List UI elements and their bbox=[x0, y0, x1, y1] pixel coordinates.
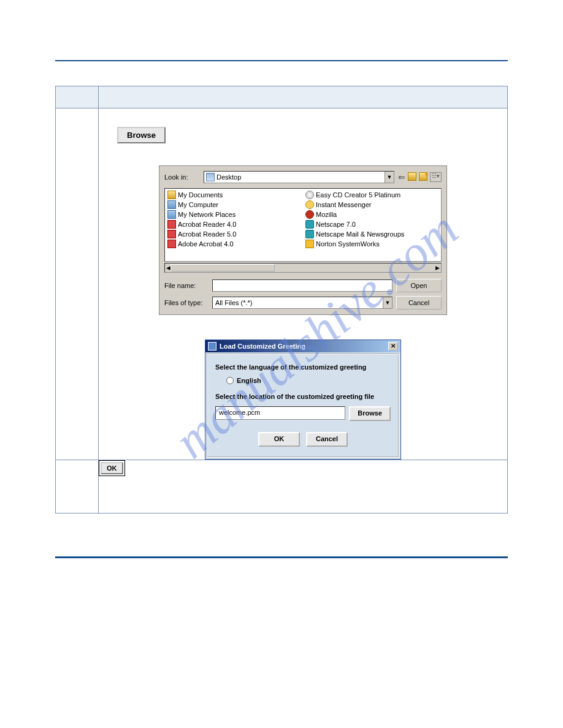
filetype-dropdown[interactable]: All Files (*.*) ▼ bbox=[212, 297, 393, 309]
browse-button[interactable]: Browse bbox=[117, 127, 166, 143]
messenger-icon bbox=[305, 200, 314, 209]
pdf-icon bbox=[167, 240, 176, 248]
file-open-dialog: Look in: Desktop ▼ ⇐ ✶ ☷▾ bbox=[159, 165, 447, 315]
list-item[interactable]: Easy CD Creator 5 Platinum bbox=[304, 190, 440, 200]
scroll-thumb[interactable] bbox=[170, 264, 275, 271]
list-item[interactable]: Acrobat Reader 5.0 bbox=[166, 229, 302, 239]
radio-english-label: English bbox=[237, 377, 261, 384]
location-prompt: Select the location of the customized gr… bbox=[215, 393, 391, 400]
load-greeting-dialog: Load Customized Greeting ✕ Select the la… bbox=[205, 339, 401, 460]
lookin-dropdown[interactable]: Desktop ▼ bbox=[204, 171, 394, 183]
chevron-down-icon[interactable]: ▼ bbox=[385, 172, 394, 183]
view-menu-icon[interactable]: ☷▾ bbox=[430, 172, 442, 182]
mozilla-icon bbox=[305, 210, 314, 219]
list-item[interactable]: Netscape 7.0 bbox=[304, 219, 440, 229]
list-item[interactable]: Instant Messenger bbox=[304, 200, 440, 210]
action-cell: Browse Look in: Desktop ▼ ⇐ bbox=[99, 108, 508, 460]
netscape-mail-icon bbox=[305, 230, 314, 238]
network-icon bbox=[167, 210, 176, 219]
list-item[interactable]: Norton SystemWorks bbox=[304, 239, 440, 249]
ok-button-outline: OK bbox=[99, 460, 125, 476]
close-icon[interactable]: ✕ bbox=[388, 342, 398, 351]
app-icon bbox=[208, 342, 216, 351]
cancel-button[interactable]: Cancel bbox=[306, 432, 348, 447]
scroll-left-icon[interactable]: ◀ bbox=[166, 265, 170, 271]
list-item[interactable]: My Documents bbox=[166, 190, 302, 200]
filetype-label: Files of type: bbox=[164, 299, 209, 306]
list-item[interactable]: Adobe Acrobat 4.0 bbox=[166, 239, 302, 249]
scroll-right-icon[interactable]: ▶ bbox=[435, 265, 440, 271]
chevron-down-icon[interactable]: ▼ bbox=[383, 297, 392, 308]
location-input[interactable]: welcome.pcm bbox=[215, 406, 345, 420]
back-icon[interactable]: ⇐ bbox=[398, 172, 405, 182]
list-item[interactable]: My Computer bbox=[166, 200, 302, 210]
header-divider bbox=[55, 37, 508, 61]
horizontal-scrollbar[interactable]: ◀ ▶ bbox=[164, 263, 442, 273]
open-button[interactable]: Open bbox=[396, 279, 442, 292]
dialog-title: Load Customized Greeting bbox=[220, 343, 305, 350]
up-folder-icon[interactable] bbox=[408, 172, 416, 181]
file-list[interactable]: My Documents My Computer My Network Plac… bbox=[164, 188, 442, 262]
language-prompt: Select the language of the customized gr… bbox=[215, 363, 391, 371]
desktop-icon bbox=[206, 173, 215, 181]
ok-button[interactable]: OK bbox=[258, 432, 300, 447]
filename-input[interactable] bbox=[212, 279, 393, 292]
lookin-label: Look in: bbox=[164, 173, 200, 181]
netscape-icon bbox=[305, 220, 314, 229]
radio-english[interactable] bbox=[226, 377, 234, 384]
norton-icon bbox=[305, 240, 314, 248]
browse-button[interactable]: Browse bbox=[349, 406, 391, 421]
pdf-icon bbox=[167, 230, 176, 238]
procedure-table: Browse Look in: Desktop ▼ ⇐ bbox=[55, 86, 508, 514]
filename-label: File name: bbox=[164, 282, 209, 289]
folder-icon bbox=[167, 191, 176, 199]
step-cell bbox=[56, 460, 99, 514]
list-item[interactable]: My Network Places bbox=[166, 210, 302, 219]
cd-icon bbox=[305, 191, 314, 199]
table-header-step bbox=[56, 86, 99, 108]
dialog-titlebar[interactable]: Load Customized Greeting ✕ bbox=[205, 340, 400, 352]
cancel-button[interactable]: Cancel bbox=[396, 296, 442, 309]
step-cell bbox=[56, 108, 99, 460]
table-header-action bbox=[99, 86, 508, 108]
pdf-icon bbox=[167, 220, 176, 229]
action-cell: OK bbox=[99, 460, 508, 514]
list-item[interactable]: Acrobat Reader 4.0 bbox=[166, 219, 302, 229]
lookin-value: Desktop bbox=[216, 173, 241, 181]
footer-divider bbox=[55, 556, 508, 581]
list-item[interactable]: Mozilla bbox=[304, 210, 440, 219]
computer-icon bbox=[167, 200, 176, 209]
new-folder-icon[interactable]: ✶ bbox=[419, 172, 427, 181]
list-item[interactable]: Netscape Mail & Newsgroups bbox=[304, 229, 440, 239]
ok-button[interactable]: OK bbox=[101, 462, 123, 474]
